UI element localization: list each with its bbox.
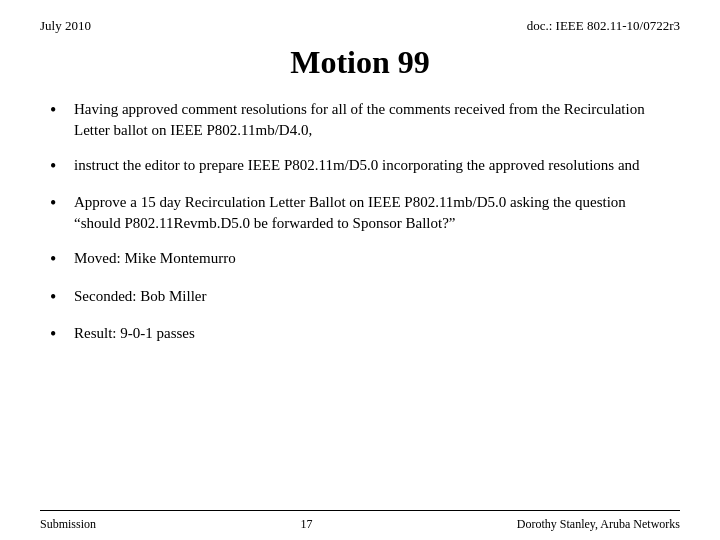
footer-center: 17 [96, 517, 517, 532]
content: •Having approved comment resolutions for… [40, 99, 680, 510]
footer-right: Dorothy Stanley, Aruba Networks [517, 517, 680, 532]
footer-left: Submission [40, 517, 96, 532]
bullet-text-2: Approve a 15 day Recirculation Letter Ba… [74, 192, 670, 234]
footer: Submission 17 Dorothy Stanley, Aruba Net… [40, 510, 680, 540]
bullet-item-1: •instruct the editor to prepare IEEE P80… [50, 155, 670, 178]
bullet-dot-4: • [50, 286, 68, 309]
title-section: Motion 99 [40, 44, 680, 81]
bullet-dot-5: • [50, 323, 68, 346]
bullet-text-5: Result: 9-0-1 passes [74, 323, 670, 344]
bullet-dot-2: • [50, 192, 68, 215]
header: July 2010 doc.: IEEE 802.11-10/0722r3 [40, 18, 680, 34]
bullet-item-0: •Having approved comment resolutions for… [50, 99, 670, 141]
bullet-dot-0: • [50, 99, 68, 122]
bullet-text-0: Having approved comment resolutions for … [74, 99, 670, 141]
bullet-item-2: •Approve a 15 day Recirculation Letter B… [50, 192, 670, 234]
page: July 2010 doc.: IEEE 802.11-10/0722r3 Mo… [0, 0, 720, 540]
bullet-item-3: •Moved: Mike Montemurro [50, 248, 670, 271]
bullet-list: •Having approved comment resolutions for… [50, 99, 670, 347]
bullet-text-4: Seconded: Bob Miller [74, 286, 670, 307]
bullet-dot-3: • [50, 248, 68, 271]
bullet-item-5: •Result: 9-0-1 passes [50, 323, 670, 346]
bullet-dot-1: • [50, 155, 68, 178]
bullet-item-4: •Seconded: Bob Miller [50, 286, 670, 309]
header-right: doc.: IEEE 802.11-10/0722r3 [527, 18, 680, 34]
main-title: Motion 99 [40, 44, 680, 81]
bullet-text-3: Moved: Mike Montemurro [74, 248, 670, 269]
header-left: July 2010 [40, 18, 91, 34]
bullet-text-1: instruct the editor to prepare IEEE P802… [74, 155, 670, 176]
